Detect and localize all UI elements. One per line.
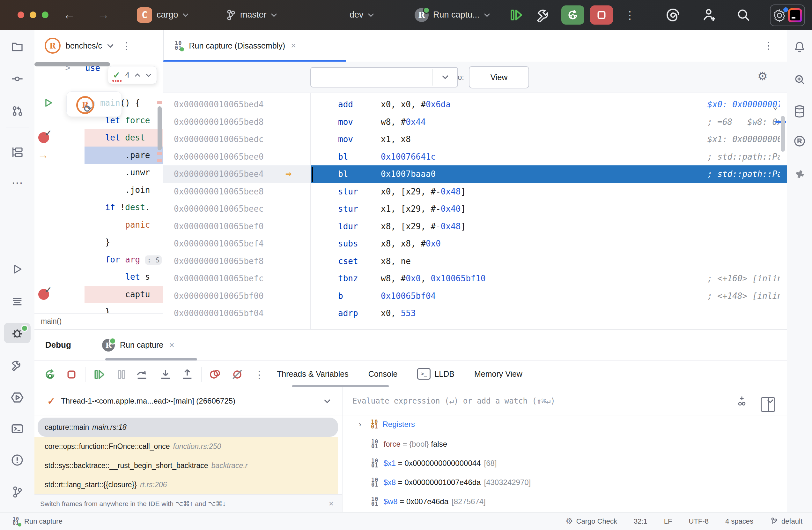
code-line[interactable]: let dest bbox=[34, 129, 163, 147]
profile-selector[interactable]: dev bbox=[350, 0, 374, 30]
registers-node[interactable]: › 1001 Registers bbox=[342, 415, 787, 434]
inspections-widget[interactable]: ✓ 4 bbox=[108, 66, 157, 84]
tab-lldb[interactable]: >_LLDB bbox=[417, 368, 454, 380]
ide-logo[interactable] bbox=[788, 8, 802, 22]
instruction-body[interactable]: b0x10065bf04; <+148> [inlined] core::opt… bbox=[311, 287, 787, 305]
chevron-down-icon[interactable] bbox=[766, 399, 774, 404]
add-watch-icon[interactable] bbox=[736, 395, 747, 407]
code-line[interactable]: captu bbox=[34, 286, 163, 303]
line-ending[interactable]: LF bbox=[664, 517, 672, 526]
instruction-body[interactable]: sturx1, [x29, #-0x40] bbox=[311, 200, 787, 218]
structure-icon[interactable] bbox=[11, 146, 24, 159]
commit-icon[interactable] bbox=[11, 72, 24, 85]
code-line[interactable]: .pare bbox=[34, 147, 163, 164]
variable-row[interactable]: 1001$x8 = 0x00000001007e46da[4303242970] bbox=[342, 473, 787, 492]
minimize-window-button[interactable] bbox=[30, 12, 37, 18]
settings-button[interactable] bbox=[773, 9, 786, 22]
disassembly-row[interactable]: 0x000000010065bef4subsx8, x8, #0x0 bbox=[163, 235, 787, 253]
disassembly-row[interactable]: 0x000000010065bee8sturx0, [x29, #-0x48] bbox=[163, 183, 787, 200]
instruction-body[interactable]: bl0x1007baaa0; std::path::Path::parent [… bbox=[311, 165, 787, 183]
code-line[interactable]: if !dest. bbox=[34, 199, 163, 216]
debug-session-tab[interactable]: R Run capture × bbox=[102, 330, 174, 361]
terminal-icon[interactable] bbox=[11, 422, 24, 435]
tab-console[interactable]: Console bbox=[368, 369, 398, 379]
chevron-right-icon[interactable]: › bbox=[359, 420, 361, 429]
problems-icon[interactable] bbox=[11, 454, 24, 467]
back-arrow-icon[interactable]: ← bbox=[63, 0, 75, 30]
close-window-button[interactable] bbox=[17, 12, 24, 18]
disassembly-row[interactable]: 0x000000010065bf04adrpx0, 553 bbox=[163, 305, 787, 322]
editor-scrollbar-thumb[interactable] bbox=[158, 106, 162, 150]
close-icon[interactable]: × bbox=[291, 41, 296, 51]
code-line[interactable]: } bbox=[34, 233, 163, 251]
disassembly-listing[interactable]: 0x000000010065bed4addx0, x0, #0x6da$x0: … bbox=[163, 93, 787, 329]
rerun-debug-button[interactable] bbox=[561, 0, 584, 30]
project-folder-icon[interactable] bbox=[11, 41, 24, 53]
code-line[interactable]: .join bbox=[34, 181, 163, 199]
breadcrumb[interactable]: main() bbox=[34, 313, 163, 329]
pause-icon[interactable] bbox=[116, 369, 127, 380]
tab-options-kebab-icon[interactable]: ⋮ bbox=[122, 40, 131, 52]
chevron-down-icon[interactable] bbox=[323, 399, 331, 404]
run-config-selector[interactable]: R Run captu... bbox=[415, 0, 491, 30]
horizontal-scrollbar[interactable] bbox=[34, 62, 110, 66]
code-line[interactable]: panic bbox=[34, 216, 163, 234]
file-encoding[interactable]: UTF-8 bbox=[689, 517, 709, 526]
code-with-me-button[interactable] bbox=[702, 0, 717, 30]
stack-frame[interactable]: capture::mainmain.rs:18 bbox=[38, 418, 338, 437]
vcs-branch-widget[interactable]: default bbox=[770, 517, 802, 526]
debug-more-kebab-icon[interactable]: ⋮ bbox=[255, 369, 264, 380]
mute-breakpoints-icon[interactable] bbox=[231, 368, 244, 381]
traffic-lights[interactable] bbox=[17, 0, 54, 30]
tab-memory-view[interactable]: Memory View bbox=[474, 369, 522, 379]
search-everywhere-button[interactable] bbox=[736, 0, 751, 30]
instruction-body[interactable]: tbnzw8, #0x0, 0x10065bf10; <+160> [inlin… bbox=[311, 270, 787, 287]
instruction-body[interactable]: bl0x10076641c; std::path::Path::new at p… bbox=[311, 148, 787, 166]
step-over-icon[interactable] bbox=[135, 368, 148, 381]
database-icon[interactable] bbox=[794, 105, 806, 118]
run-gutter-icon[interactable] bbox=[43, 94, 54, 112]
stack-frame[interactable]: std::rt::lang_start::{{closure}}rt.rs:20… bbox=[34, 475, 338, 494]
disassembly-tab[interactable]: 1001 Run capture (Disassembly) × bbox=[163, 30, 296, 61]
instruction-body[interactable]: addx0, x0, #0x6da$x0: 0x00000001007e46da… bbox=[311, 96, 787, 113]
instruction-body[interactable]: movx1, x8$x1: 0x0000000000000044 [68] $x… bbox=[311, 130, 787, 148]
stop-icon[interactable] bbox=[66, 369, 77, 380]
close-icon[interactable]: × bbox=[329, 499, 334, 508]
stop-button[interactable] bbox=[590, 0, 613, 30]
disassembly-row[interactable]: 0x000000010065bee4→bl0x1007baaa0; std::p… bbox=[163, 165, 787, 183]
breakpoint-icon[interactable] bbox=[38, 129, 49, 147]
code-line[interactable]: } bbox=[34, 303, 163, 313]
variable-row[interactable]: 1001$w8 = 0x007e46da[8275674] bbox=[342, 492, 787, 511]
expand-chevron-icon[interactable]: ⌄ bbox=[773, 101, 778, 111]
disassembly-row[interactable]: 0x000000010065bedcmovx1, x8$x1: 0x000000… bbox=[163, 130, 787, 148]
more-tool-windows-icon[interactable]: ⋯ bbox=[12, 176, 23, 190]
instruction-body[interactable]: csetx8, ne bbox=[311, 253, 787, 270]
build-button[interactable] bbox=[536, 0, 551, 30]
find-icon[interactable] bbox=[794, 73, 806, 86]
disassembly-row[interactable]: 0x000000010065bed4addx0, x0, #0x6da$x0: … bbox=[163, 96, 787, 113]
frames-list[interactable]: capture::mainmain.rs:18core::ops::functi… bbox=[34, 415, 342, 494]
disassembly-scrollbar-thumb[interactable] bbox=[781, 116, 785, 152]
zoom-window-button[interactable] bbox=[42, 12, 48, 18]
resume-program-button[interactable] bbox=[509, 0, 523, 30]
chevron-down-icon[interactable] bbox=[106, 43, 114, 48]
run-icon[interactable] bbox=[11, 263, 23, 275]
instruction-body[interactable]: subsx8, x8, #0x0 bbox=[311, 235, 787, 253]
project-widget[interactable]: C cargo bbox=[137, 0, 189, 30]
close-icon[interactable]: × bbox=[169, 340, 174, 350]
editor-kebab-icon[interactable]: ⋮ bbox=[764, 40, 773, 51]
git-branch-icon[interactable] bbox=[11, 485, 24, 499]
code-line[interactable]: .unwr bbox=[34, 164, 163, 181]
step-out-icon[interactable] bbox=[181, 368, 193, 381]
editor-file-tab[interactable]: R benches/c ⋮ bbox=[34, 30, 164, 61]
disassembly-row[interactable]: 0x000000010065bef8csetx8, ne bbox=[163, 253, 787, 270]
stack-frame[interactable]: core::ops::function::FnOnce::call_oncefu… bbox=[34, 437, 338, 456]
status-run-config[interactable]: 1001 Run capture bbox=[13, 517, 62, 526]
variables-tree[interactable]: › 1001 Registers 1001force = {bool} fals… bbox=[342, 415, 787, 513]
disassembly-row[interactable]: 0x000000010065bee0bl0x10076641c; std::pa… bbox=[163, 148, 787, 166]
services-icon[interactable] bbox=[11, 295, 24, 307]
instruction-body[interactable]: ldurx8, [x29, #-0x48] bbox=[311, 218, 787, 235]
debug-tool-window-icon[interactable] bbox=[4, 323, 31, 343]
code-line[interactable]: let s bbox=[34, 268, 163, 286]
caret-position[interactable]: 32:1 bbox=[634, 517, 648, 526]
